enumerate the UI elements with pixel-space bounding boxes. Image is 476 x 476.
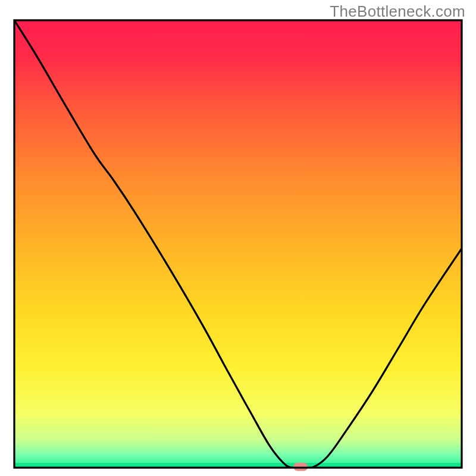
watermark-text: TheBottleneck.com <box>330 2 465 21</box>
plot-background-gradient <box>14 20 462 468</box>
bottleneck-chart <box>0 0 476 476</box>
chart-container: TheBottleneck.com <box>0 0 476 476</box>
